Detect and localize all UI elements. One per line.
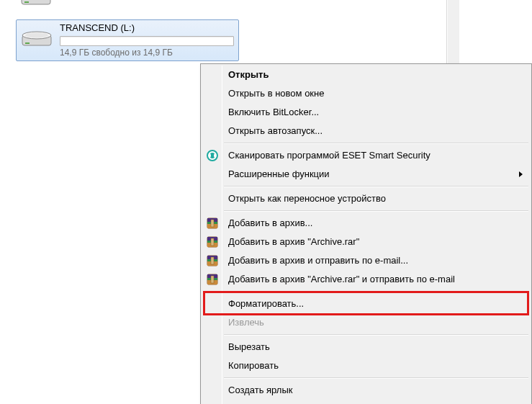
menu-copy-label: Копировать xyxy=(228,360,279,371)
menu-eset-scan-label: Сканировать программой ESET Smart Securi… xyxy=(228,150,430,161)
menu-eset-scan[interactable]: Сканировать программой ESET Smart Securi… xyxy=(202,146,530,165)
menu-rar-add-named[interactable]: Добавить в архив "Archive.rar" xyxy=(202,233,530,251)
menu-rar-email-label: Добавить в архив и отправить по e-mail..… xyxy=(228,255,408,266)
menu-format-label: Форматировать... xyxy=(228,298,304,309)
menu-rar-add-label: Добавить в архив... xyxy=(228,217,312,228)
menu-open-new-window[interactable]: Открыть в новом окне xyxy=(202,84,530,103)
drive-icon-partial xyxy=(19,0,53,13)
menu-bitlocker-label: Включить BitLocker... xyxy=(228,107,319,117)
menu-portable-label: Открыть как переносное устройство xyxy=(228,193,386,204)
menu-rar-named-email-label: Добавить в архив "Archive.rar" и отправи… xyxy=(228,274,455,284)
winrar-icon xyxy=(207,274,218,285)
context-menu: Открыть Открыть в новом окне Включить Bi… xyxy=(200,63,532,404)
hdd-icon xyxy=(19,28,54,54)
menu-cut-label: Вырезать xyxy=(228,341,270,352)
winrar-icon xyxy=(207,255,218,266)
menu-open-autoplay[interactable]: Открыть автозапуск... xyxy=(202,122,530,140)
menu-eject-label: Извлечь xyxy=(228,317,264,328)
menu-eset-advanced[interactable]: Расширенные функции xyxy=(202,165,530,184)
menu-cut[interactable]: Вырезать xyxy=(202,338,530,356)
menu-separator xyxy=(224,334,528,336)
menu-separator xyxy=(224,291,528,292)
menu-separator xyxy=(224,186,528,187)
winrar-icon xyxy=(207,217,218,229)
menu-enable-bitlocker[interactable]: Включить BitLocker... xyxy=(202,103,530,122)
menu-rename[interactable]: Переименовать xyxy=(202,400,530,404)
menu-separator xyxy=(224,210,528,212)
menu-open-new-label: Открыть в новом окне xyxy=(228,88,324,99)
menu-rar-named-email[interactable]: Добавить в архив "Archive.rar" и отправи… xyxy=(202,270,530,289)
drive-usage-bar xyxy=(60,36,234,46)
submenu-arrow-icon xyxy=(519,171,523,177)
winrar-icon xyxy=(207,236,218,248)
drive-free-text: 14,9 ГБ свободно из 14,9 ГБ xyxy=(60,48,173,58)
menu-open-portable[interactable]: Открыть как переносное устройство xyxy=(202,189,530,208)
menu-eset-advanced-label: Расширенные функции xyxy=(228,169,330,179)
menu-separator xyxy=(224,377,528,379)
menu-rar-add-named-label: Добавить в архив "Archive.rar" xyxy=(228,236,359,247)
menu-format[interactable]: Форматировать... xyxy=(202,295,530,313)
menu-open-label: Открыть xyxy=(228,69,269,80)
menu-autoplay-label: Открыть автозапуск... xyxy=(228,125,323,136)
menu-rar-email[interactable]: Добавить в архив и отправить по e-mail..… xyxy=(202,251,530,270)
drive-item-selected[interactable]: TRANSCEND (L:) 14,9 ГБ свободно из 14,9 … xyxy=(16,19,239,61)
menu-copy[interactable]: Копировать xyxy=(202,356,530,375)
menu-eject: Извлечь xyxy=(202,313,530,332)
eset-icon xyxy=(207,150,218,161)
drive-label: TRANSCEND (L:) xyxy=(60,22,135,33)
menu-separator xyxy=(224,143,528,144)
menu-shortcut-label: Создать ярлык xyxy=(228,385,292,395)
menu-open[interactable]: Открыть xyxy=(202,66,530,84)
menu-create-shortcut[interactable]: Создать ярлык xyxy=(202,381,530,400)
menu-rar-add[interactable]: Добавить в архив... xyxy=(202,214,530,233)
